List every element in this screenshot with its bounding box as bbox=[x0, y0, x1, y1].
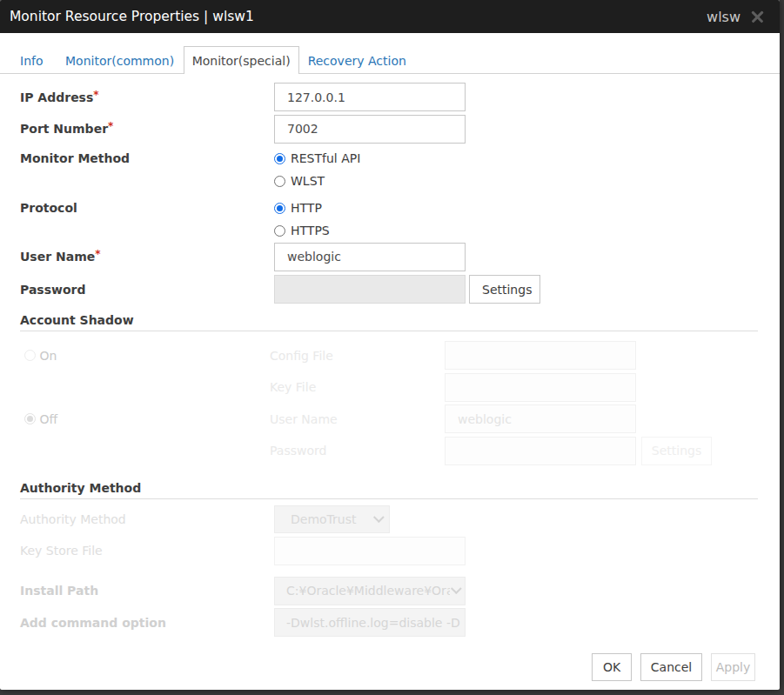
password-row: Password Settings bbox=[20, 275, 758, 304]
account-shadow-off-label: Off bbox=[40, 412, 58, 426]
account-shadow-on-label: On bbox=[40, 349, 57, 363]
shadow-password-input bbox=[445, 437, 636, 465]
radio-https-label: HTTPS bbox=[291, 224, 330, 237]
protocol-row: Protocol HTTP HTTPS bbox=[20, 197, 758, 242]
ip-address-row: IP Address* bbox=[20, 83, 758, 111]
config-file-input bbox=[445, 341, 636, 370]
authority-method-select: DemoTrust bbox=[274, 505, 390, 533]
port-number-label: Port Number* bbox=[20, 122, 274, 136]
port-number-input[interactable] bbox=[274, 115, 466, 144]
key-store-file-label: Key Store File bbox=[20, 544, 274, 558]
radio-wlst[interactable] bbox=[274, 176, 285, 187]
protocol-option-http[interactable]: HTTP bbox=[274, 197, 330, 219]
monitor-method-radio-group: RESTful API WLST bbox=[274, 147, 360, 192]
chevron-down-icon bbox=[451, 583, 462, 594]
apply-button: Apply bbox=[711, 653, 755, 681]
shadow-user-name-input bbox=[445, 404, 636, 433]
dialog-titlebar: Monitor Resource Properties | wlsw1 wlsw bbox=[0, 0, 780, 33]
radio-account-shadow-on bbox=[24, 350, 36, 361]
install-path-label: Install Path bbox=[20, 584, 274, 598]
install-path-row: Install Path C:¥Oracle¥Middleware¥Ora bbox=[20, 577, 758, 605]
user-name-input[interactable] bbox=[274, 243, 466, 271]
monitor-method-option-restful[interactable]: RESTful API bbox=[274, 147, 360, 170]
password-input bbox=[274, 275, 466, 304]
add-command-option-input: -Dwlst.offline.log=disable -D bbox=[274, 608, 466, 637]
user-name-label-text: User Name bbox=[20, 250, 95, 264]
radio-https[interactable] bbox=[274, 225, 285, 237]
add-command-option-value: -Dwlst.offline.log=disable -D bbox=[286, 616, 460, 630]
cancel-button[interactable]: Cancel bbox=[640, 653, 702, 681]
authority-method-select-value: DemoTrust bbox=[291, 512, 357, 526]
titlebar-right-group: wlsw bbox=[707, 9, 763, 25]
required-asterisk: * bbox=[95, 248, 100, 260]
port-number-row: Port Number* bbox=[20, 115, 758, 144]
tab-monitor-special[interactable]: Monitor(special) bbox=[184, 46, 299, 74]
ip-address-label: IP Address* bbox=[20, 90, 274, 104]
authority-method-section-title: Authority Method bbox=[20, 481, 758, 496]
install-path-select-value: C:¥Oracle¥Middleware¥Ora bbox=[286, 584, 450, 598]
password-settings-button[interactable]: Settings bbox=[469, 275, 540, 304]
key-store-file-input bbox=[274, 537, 466, 565]
config-file-label: Config File bbox=[270, 349, 445, 363]
radio-restful-api[interactable] bbox=[274, 153, 285, 164]
user-name-row: User Name* bbox=[20, 243, 758, 271]
account-shadow-section-title: Account Shadow bbox=[20, 313, 758, 328]
port-number-label-text: Port Number bbox=[20, 122, 108, 136]
resource-context-label: wlsw bbox=[707, 9, 740, 25]
add-command-option-row: Add command option -Dwlst.offline.log=di… bbox=[20, 608, 758, 637]
account-shadow-rule bbox=[20, 331, 758, 331]
required-asterisk: * bbox=[93, 89, 98, 101]
tab-recovery-action[interactable]: Recovery Action bbox=[298, 46, 417, 74]
account-shadow-off-cell: Off bbox=[20, 412, 270, 426]
account-shadow-on-cell: On bbox=[20, 349, 270, 363]
chevron-down-icon bbox=[373, 511, 385, 523]
authority-method-rule bbox=[20, 498, 758, 499]
shadow-password-label: Password bbox=[270, 444, 445, 458]
dialog-title: Monitor Resource Properties | wlsw1 bbox=[10, 9, 254, 24]
authority-method-row: Authority Method DemoTrust bbox=[20, 505, 758, 533]
shadow-settings-button: Settings bbox=[641, 437, 712, 465]
key-file-row: Key File bbox=[20, 373, 758, 402]
tab-monitor-common[interactable]: Monitor(common) bbox=[55, 46, 184, 74]
ip-address-label-text: IP Address bbox=[20, 90, 93, 104]
shadow-user-name-row: Off User Name bbox=[20, 404, 758, 433]
key-store-file-row: Key Store File bbox=[20, 537, 758, 565]
monitor-method-option-wlst[interactable]: WLST bbox=[274, 170, 360, 192]
radio-http[interactable] bbox=[274, 203, 285, 214]
footer-buttons: OK Cancel Apply bbox=[20, 653, 755, 681]
ok-button[interactable]: OK bbox=[592, 653, 632, 681]
shadow-password-row: Password Settings bbox=[20, 437, 758, 465]
required-asterisk: * bbox=[108, 120, 113, 132]
radio-wlst-label: WLST bbox=[291, 174, 325, 188]
radio-restful-api-label: RESTful API bbox=[291, 151, 360, 165]
monitor-method-label: Monitor Method bbox=[20, 147, 274, 170]
protocol-label: Protocol bbox=[20, 197, 274, 219]
monitor-resource-properties-dialog: Monitor Resource Properties | wlsw1 wlsw… bbox=[0, 0, 780, 690]
radio-http-label: HTTP bbox=[291, 201, 322, 215]
config-file-row: On Config File bbox=[20, 341, 758, 370]
add-command-option-label: Add command option bbox=[20, 616, 274, 630]
close-icon[interactable] bbox=[752, 11, 763, 23]
key-file-label: Key File bbox=[270, 380, 445, 394]
tabbar: Info Monitor(common) Monitor(special) Re… bbox=[0, 46, 780, 74]
install-path-select: C:¥Oracle¥Middleware¥Ora bbox=[274, 577, 466, 605]
protocol-option-https[interactable]: HTTPS bbox=[274, 219, 330, 242]
radio-account-shadow-off bbox=[24, 413, 36, 424]
monitor-method-row: Monitor Method RESTful API WLST bbox=[20, 147, 758, 192]
dialog-content: IP Address* Port Number* Monitor Method … bbox=[0, 83, 780, 681]
shadow-user-name-label: User Name bbox=[270, 412, 445, 426]
protocol-radio-group: HTTP HTTPS bbox=[274, 197, 330, 242]
password-label: Password bbox=[20, 283, 274, 297]
ip-address-input[interactable] bbox=[274, 83, 466, 111]
user-name-label: User Name* bbox=[20, 250, 274, 264]
tab-info[interactable]: Info bbox=[10, 46, 54, 74]
key-file-input bbox=[445, 373, 636, 402]
authority-method-label: Authority Method bbox=[20, 512, 274, 526]
